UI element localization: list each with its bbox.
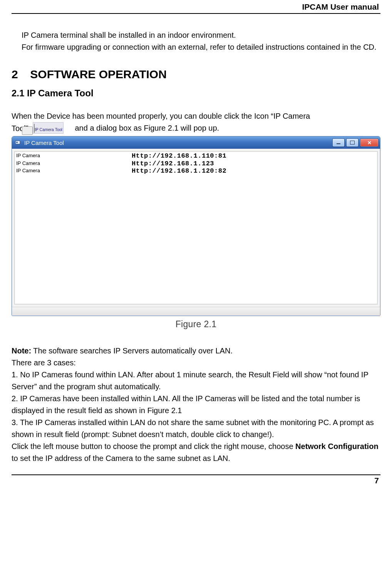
closing-pre: Click the left mouse button to choose th… — [12, 442, 295, 451]
doc-header: IPCAM User manual — [12, 2, 380, 12]
paragraph-1: When the Device has been mounted properl… — [12, 110, 380, 135]
maximize-button[interactable] — [346, 138, 358, 147]
intro-line-1: IP Camera terminal shall be installed in… — [22, 29, 380, 41]
para1-post: and a dialog box as Figure 2.1 will pop … — [75, 124, 219, 132]
window-titlebar[interactable]: IP Camera Tool ✕ — [12, 136, 380, 149]
note-intro: The software searches IP Servers automat… — [31, 346, 233, 355]
case-1: 1. No IP Cameras found within LAN. After… — [12, 369, 380, 393]
header-rule — [12, 13, 380, 14]
window-statusbar — [12, 307, 380, 316]
list-item[interactable]: IP Camera Http://192.168.1.123 — [16, 160, 376, 168]
subsection-heading: 2.1 IP Camera Tool — [12, 88, 380, 99]
camera-url: Http://192.168.1.120:82 — [132, 167, 226, 175]
ip-camera-tool-window: IP Camera Tool ✕ IP Camera Http://192.16… — [12, 136, 380, 316]
subsection-title: IP Camera Tool — [27, 88, 94, 98]
list-item[interactable]: IP Camera Http://192.168.1.120:82 — [16, 167, 376, 175]
footer-rule — [12, 474, 380, 475]
closing-bold: Network Configuration — [295, 442, 379, 451]
intro-line-2: For firmware upgrading or connection wit… — [22, 41, 380, 53]
camera-list-panel[interactable]: IP Camera Http://192.168.1.110:81 IP Cam… — [14, 151, 378, 304]
svg-point-1 — [16, 142, 18, 143]
camera-url: Http://192.168.1.110:81 — [132, 152, 226, 160]
list-item[interactable]: IP Camera Http://192.168.1.110:81 — [16, 152, 376, 160]
window-app-icon — [15, 139, 22, 146]
ip-camera-tool-desktop-icon: IP Camera Tool — [33, 123, 70, 135]
maximize-icon — [350, 141, 355, 145]
cases-header: There are 3 cases: — [12, 357, 380, 369]
close-button[interactable]: ✕ — [360, 138, 379, 147]
intro-paragraph: IP Camera terminal shall be installed in… — [12, 29, 380, 53]
note-label: Note: — [12, 346, 31, 355]
section-title: SOFTWARE OPERATION — [30, 68, 166, 81]
page-number: 7 — [12, 476, 380, 485]
window-title: IP Camera Tool — [24, 140, 64, 146]
camera-name: IP Camera — [16, 160, 132, 168]
section-number: 2 — [12, 68, 27, 81]
note-section: Note: The software searches IP Servers a… — [12, 345, 380, 464]
camera-url: Http://192.168.1.123 — [132, 160, 214, 168]
minimize-icon — [337, 143, 340, 144]
case-3: 3. The IP Cameras installed within LAN d… — [12, 417, 380, 441]
section-heading: 2 SOFTWARE OPERATION — [12, 68, 380, 81]
minimize-button[interactable] — [332, 138, 345, 147]
figure-caption: Figure 2.1 — [12, 319, 380, 330]
close-icon: ✕ — [367, 140, 372, 145]
subsection-number: 2.1 — [12, 88, 24, 98]
para1-pre: When the Device has been mounted properl… — [12, 112, 310, 120]
camera-name: IP Camera — [16, 167, 132, 175]
case-2: 2. IP Cameras have been installed within… — [12, 393, 380, 417]
closing-post: to set the IP address of the Camera to t… — [12, 454, 230, 462]
desktop-icon-label: IP Camera Tool — [35, 127, 62, 132]
camera-icon — [34, 124, 35, 133]
camera-name: IP Camera — [16, 152, 132, 160]
